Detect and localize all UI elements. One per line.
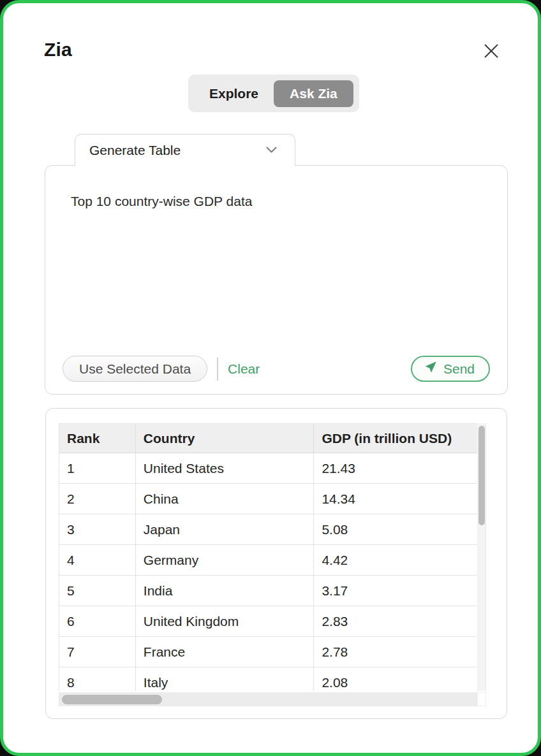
table-row: 7France2.78: [59, 637, 477, 667]
table-cell: 4: [59, 545, 136, 576]
table-cell: 2.08: [314, 667, 477, 691]
scrollbar-corner: [477, 692, 486, 706]
vertical-scrollbar[interactable]: [477, 423, 486, 691]
table-cell: 4.42: [314, 545, 477, 576]
result-table-card: Rank Country GDP (in trillion USD) 1Unit…: [45, 408, 507, 719]
table-cell: 2.78: [314, 637, 477, 667]
vertical-scrollbar-thumb[interactable]: [478, 426, 485, 525]
table-row: 1United States21.43: [59, 453, 477, 484]
table-cell: 1: [59, 453, 136, 484]
table-cell: India: [136, 576, 315, 606]
table-row: 5India3.17: [59, 576, 477, 606]
table-cell: 3.17: [314, 576, 477, 606]
send-icon: [424, 360, 438, 377]
table-cell: 5.08: [314, 514, 477, 545]
table-body: 1United States21.432China14.343Japan5.08…: [59, 453, 477, 691]
table-cell: Japan: [136, 514, 315, 545]
table-cell: 21.43: [314, 453, 477, 484]
table-header-rank: Rank: [59, 424, 136, 453]
table-cell: 3: [59, 514, 136, 545]
horizontal-scrollbar[interactable]: [59, 692, 477, 706]
mode-dropdown-value: Generate Table: [89, 143, 181, 158]
table-cell: Italy: [136, 667, 315, 691]
prompt-input[interactable]: Top 10 country-wise GDP data: [71, 194, 252, 209]
table-cell: 5: [59, 576, 136, 606]
zia-panel: Zia Explore Ask Zia Generate Table Top 1…: [0, 0, 541, 756]
mode-dropdown[interactable]: Generate Table: [75, 134, 295, 166]
table-cell: 2.83: [314, 606, 477, 637]
tab-explore[interactable]: Explore: [194, 86, 274, 101]
table-cell: 2: [59, 484, 136, 514]
table-row: 2China14.34: [59, 484, 477, 514]
table-row: 3Japan5.08: [59, 514, 477, 545]
table-row: 8Italy2.08: [59, 667, 477, 691]
chevron-down-icon: [266, 145, 277, 156]
explore-askzia-toggle: Explore Ask Zia: [188, 75, 359, 112]
send-button[interactable]: Send: [411, 356, 490, 382]
table-cell: France: [136, 637, 315, 667]
prompt-panel: Top 10 country-wise GDP data Use Selecte…: [45, 165, 508, 395]
table-row: 4Germany4.42: [59, 545, 477, 576]
close-icon: [482, 41, 501, 63]
table-header-gdp: GDP (in trillion USD): [314, 424, 477, 453]
table-cell: China: [136, 484, 315, 514]
table-header-country: Country: [136, 424, 315, 453]
clear-button[interactable]: Clear: [228, 361, 260, 377]
tab-ask-zia[interactable]: Ask Zia: [274, 80, 353, 107]
table-scroll-area: Rank Country GDP (in trillion USD) 1Unit…: [59, 423, 477, 691]
result-table: Rank Country GDP (in trillion USD) 1Unit…: [59, 423, 486, 708]
page-title: Zia: [44, 39, 72, 61]
horizontal-scrollbar-thumb[interactable]: [62, 695, 162, 704]
table-cell: 6: [59, 606, 136, 637]
table-cell: Germany: [136, 545, 315, 576]
table-cell: 7: [59, 637, 136, 667]
table-cell: 14.34: [314, 484, 477, 514]
table-row: 6United Kingdom2.83: [59, 606, 477, 637]
use-selected-data-button[interactable]: Use Selected Data: [63, 356, 207, 382]
send-button-label: Send: [443, 361, 475, 377]
prompt-actions: Use Selected Data Clear Send: [63, 356, 490, 382]
table-cell: 8: [59, 667, 136, 691]
actions-divider: [217, 358, 218, 381]
table-header-row: Rank Country GDP (in trillion USD): [59, 424, 477, 453]
table-cell: United Kingdom: [136, 606, 315, 637]
close-button[interactable]: [480, 41, 502, 63]
table-cell: United States: [136, 453, 315, 484]
